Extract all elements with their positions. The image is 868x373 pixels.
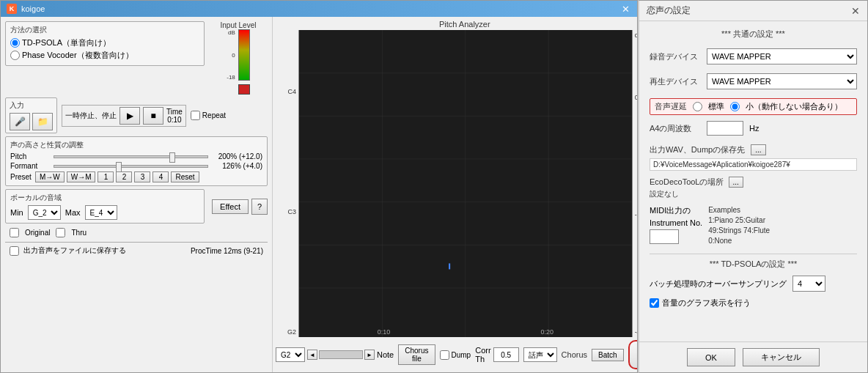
vocal-range-section: ボーカルの音域 Min G_2 Max E_4 xyxy=(5,189,205,224)
output-save-checkbox[interactable] xyxy=(10,246,19,256)
preset-row: Preset M→W W→M 1 2 3 4 Reset xyxy=(10,171,262,182)
preset-4-button[interactable]: 4 xyxy=(152,171,169,182)
play-button[interactable]: ▶ xyxy=(119,107,140,125)
settings-dialog: 恋声の設定 ✕ *** 共通の設定 *** 録音デバイス WAVE MAPPER… xyxy=(638,0,868,373)
eco-deco-section: EcoDecoTooLの場所 ... 設定なし xyxy=(650,177,857,199)
td-psola-radio[interactable] xyxy=(10,38,20,48)
output-path-button[interactable]: ... xyxy=(751,144,765,155)
audio-delay-radio-group: 標準 小（動作しない場合あり） xyxy=(693,101,842,112)
td-psola-label: TD-PSOLA（単音向け） xyxy=(22,37,111,48)
settings-title-bar: 恋声の設定 ✕ xyxy=(639,1,867,21)
corr-th-input[interactable] xyxy=(493,347,519,362)
scrollbar-track[interactable] xyxy=(319,350,363,359)
time-value: 0:10 xyxy=(166,116,183,124)
stop-button[interactable]: ■ xyxy=(143,107,163,125)
chorus-area: Chorus file xyxy=(398,344,435,365)
input-box: 入力 🎤 📁 xyxy=(5,97,57,133)
midi-list: 1:Piano 25:Guitar49:Strings 74:Flute0:No… xyxy=(708,215,770,246)
level-scale: dB 0 -18 xyxy=(227,29,235,81)
oversampling-select[interactable]: 4 2 8 xyxy=(792,276,825,292)
phase-vocoder-radio[interactable] xyxy=(10,51,20,60)
scroll-right-btn[interactable]: ► xyxy=(364,350,375,360)
settings-close-button[interactable]: ✕ xyxy=(851,5,860,17)
eco-deco-label: EcoDecoTooLの場所 xyxy=(650,177,724,188)
min-select[interactable]: G_2 xyxy=(28,205,61,220)
recording-device-row: 録音デバイス WAVE MAPPER xyxy=(650,48,857,64)
input-section: 入力 🎤 📁 一時停止、停止 ▶ ■ Time 0:10 xyxy=(5,97,268,133)
midi-section: MIDI出力の Instrument No. 1 Examples 1:Pian… xyxy=(650,205,857,246)
cancel-button[interactable]: キャンセル xyxy=(743,348,820,366)
max-label: Max xyxy=(65,208,81,217)
level-indicator xyxy=(238,84,250,95)
volume-graph-label: 音量のグラフ表示を行う xyxy=(662,298,751,309)
ok-button[interactable]: OK xyxy=(687,348,735,366)
eco-deco-button[interactable]: ... xyxy=(729,177,743,188)
frequency-label: A4の周波数 xyxy=(650,123,701,134)
thru-label: Thru xyxy=(71,229,87,237)
preset-2-button[interactable]: 2 xyxy=(116,171,132,182)
output-path-row: 出力WAV、Dumpの保存先 ... xyxy=(650,144,857,155)
right-panel: Pitch Analyzer C4 C3 G2 xyxy=(272,17,637,372)
note-label: Note xyxy=(377,350,394,359)
td-psola-row: TD-PSOLA（単音向け） xyxy=(10,37,199,48)
help-button[interactable]: ? xyxy=(251,199,268,215)
audio-delay-small-radio[interactable] xyxy=(730,102,740,111)
db-label: dB xyxy=(635,32,637,39)
max-select[interactable]: E_4 xyxy=(85,205,117,220)
formant-slider[interactable] xyxy=(54,165,208,168)
time-marker-1: 0:10 xyxy=(378,328,391,336)
original-label: Original xyxy=(25,229,50,237)
input-level-label: Input Level xyxy=(221,21,257,29)
db-0: 0 xyxy=(635,94,637,101)
method-section-label: 方法の選択 xyxy=(10,25,199,35)
frequency-input[interactable]: 440 xyxy=(707,121,743,136)
audio-delay-standard-label: 標準 xyxy=(708,101,724,112)
scroll-left-btn[interactable]: ◄ xyxy=(307,350,317,360)
folder-button[interactable]: 📁 xyxy=(32,113,53,130)
volume-graph-checkbox[interactable] xyxy=(650,298,659,308)
mic-button[interactable]: 🎤 xyxy=(10,113,30,130)
audio-delay-standard-radio[interactable] xyxy=(693,102,702,111)
stop-section: 一時停止、停止 ▶ ■ Time 0:10 xyxy=(62,105,186,127)
note-select[interactable]: G2 xyxy=(276,347,305,362)
thru-checkbox[interactable] xyxy=(56,228,65,237)
settings-title: 恋声の設定 xyxy=(647,4,691,17)
dump-section: Dump xyxy=(440,350,471,360)
original-checkbox[interactable] xyxy=(10,228,19,237)
pitch-quality-section: 声の高さと性質の調整 Pitch 200% (+12.0) Formant 12… xyxy=(5,136,268,186)
phase-vocoder-row: Phase Vocoder（複数音向け） xyxy=(10,50,199,61)
midi-input[interactable]: 1 xyxy=(650,229,679,244)
pitch-slider[interactable] xyxy=(54,155,208,158)
settings-button[interactable]: 設定 xyxy=(628,340,637,369)
preset-mw-button[interactable]: M→W xyxy=(35,171,65,182)
repeat-checkbox[interactable] xyxy=(191,111,200,120)
formant-label: Formant xyxy=(10,162,51,170)
pitch-label: Pitch xyxy=(10,152,51,160)
repeat-row: Repeat xyxy=(191,111,226,120)
analyzer-title: Pitch Analyzer xyxy=(276,20,637,29)
level-bar xyxy=(238,29,250,81)
preset-reset-button[interactable]: Reset xyxy=(171,171,199,182)
midi-label2: Instrument No. xyxy=(650,218,702,227)
pitch-value: 200% (+12.0) xyxy=(211,152,262,160)
output-path-label: 出力WAV、Dumpの保存先 xyxy=(650,144,745,155)
chorus-file-button[interactable]: Chorus file xyxy=(398,344,435,365)
playback-device-select[interactable]: WAVE MAPPER xyxy=(707,73,857,89)
recording-device-select[interactable]: WAVE MAPPER xyxy=(707,48,857,64)
midi-examples: Examples 1:Piano 25:Guitar49:Strings 74:… xyxy=(708,205,770,246)
eco-deco-row: EcoDecoTooLの場所 ... xyxy=(650,177,857,188)
preset-wm-button[interactable]: W→M xyxy=(67,171,96,182)
pitch-row: Pitch 200% (+12.0) xyxy=(10,152,262,160)
main-close-button[interactable]: ✕ xyxy=(620,4,631,15)
input-level-section: Input Level dB 0 -18 xyxy=(209,21,268,95)
dump-checkbox[interactable] xyxy=(440,350,449,360)
effect-button[interactable]: Effect xyxy=(212,199,249,214)
time-label: Time xyxy=(166,108,183,116)
speech-select[interactable]: 話声 xyxy=(523,347,557,362)
preset-1-button[interactable]: 1 xyxy=(98,171,114,182)
preset-3-button[interactable]: 3 xyxy=(134,171,150,182)
batch-button[interactable]: Batch xyxy=(592,349,624,361)
audio-delay-row: 音声遅延 標準 小（動作しない場合あり） xyxy=(650,98,857,115)
output-path-section: 出力WAV、Dumpの保存先 ... D:¥VoiceMessage¥Aplic… xyxy=(650,144,857,171)
repeat-label: Repeat xyxy=(202,111,226,119)
